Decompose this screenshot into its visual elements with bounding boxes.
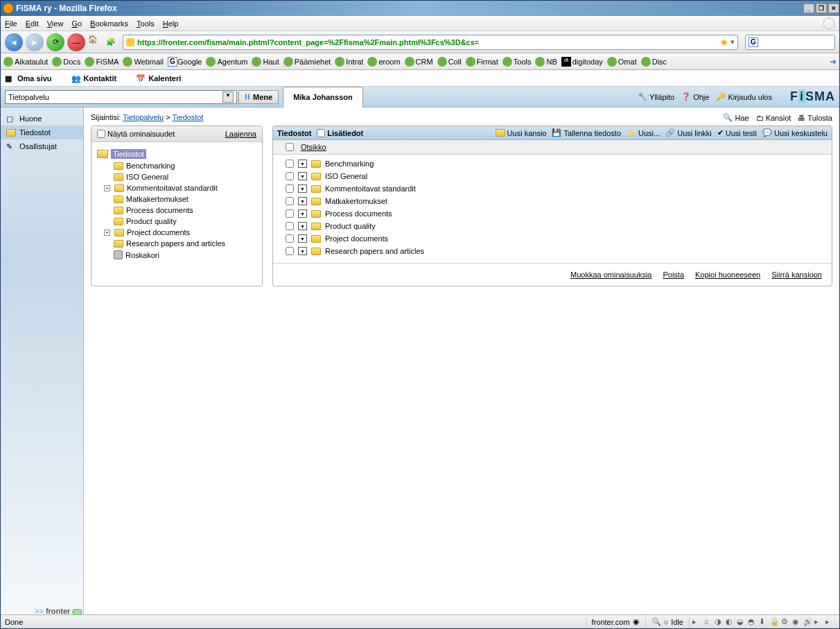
nav-tiedostot[interactable]: Tiedostot: [1, 126, 83, 139]
tray-icon[interactable]: ⚙: [781, 617, 791, 627]
file-row[interactable]: ▼Matkakertomukset: [286, 195, 825, 207]
rss-icon[interactable]: ◉: [721, 37, 728, 46]
search-action[interactable]: 🔍Hae: [723, 113, 749, 122]
bookmark-item[interactable]: GGoogle: [168, 57, 202, 67]
delete-link[interactable]: Poista: [663, 270, 684, 279]
nav-osallistujat[interactable]: ✎Osallistujat: [1, 139, 83, 153]
reload-button[interactable]: ⟳: [46, 33, 64, 51]
extra-info-checkbox[interactable]: Lisätiedot: [317, 129, 363, 137]
tab-tiedostot[interactable]: Tiedostot: [277, 129, 311, 137]
tray-icon[interactable]: 🔒: [770, 617, 780, 627]
new-folder-button[interactable]: Uusi kansio: [496, 129, 547, 137]
row-checkbox[interactable]: [286, 209, 294, 218]
menu-help[interactable]: Help: [163, 19, 179, 28]
bookmark-item[interactable]: CRM: [405, 57, 433, 67]
expand-icon[interactable]: +: [104, 185, 110, 191]
copy-link[interactable]: Kopioi huoneeseen: [695, 270, 760, 279]
tray-icon[interactable]: ▸: [692, 617, 702, 627]
file-row[interactable]: ▼Research papers and articles: [286, 245, 825, 257]
bookmark-item[interactable]: FiSMA: [85, 57, 119, 67]
bookmark-item[interactable]: Disc: [641, 57, 667, 67]
bookmarks-overflow[interactable]: ➜: [830, 57, 837, 67]
menu-bookmarks[interactable]: Bookmarks: [90, 19, 128, 28]
new-button[interactable]: ✨Uusi...: [627, 128, 660, 137]
tree-node[interactable]: Benchmarking: [94, 160, 259, 171]
bookmark-item[interactable]: Omat: [607, 57, 637, 67]
file-row[interactable]: ▼Kommentoitavat standardit: [286, 182, 825, 195]
tray-icon[interactable]: ▸: [814, 617, 824, 627]
select-all-checkbox[interactable]: [286, 143, 294, 151]
row-menu-icon[interactable]: ▼: [298, 222, 307, 230]
row-checkbox[interactable]: [286, 247, 294, 255]
file-row[interactable]: ▼Project documents: [286, 232, 825, 245]
tray-icon[interactable]: 🔊: [803, 617, 813, 627]
file-row[interactable]: ▼ISO General: [286, 170, 825, 182]
addons-button[interactable]: 🧩: [106, 37, 116, 46]
crumb-files[interactable]: Tiedostot: [173, 113, 204, 121]
tray-icon[interactable]: ◐: [726, 617, 735, 627]
row-checkbox[interactable]: [286, 172, 294, 180]
url-bar[interactable]: https://fronter.com/fisma/main.phtml?con…: [123, 35, 738, 50]
row-checkbox[interactable]: [286, 184, 294, 193]
forward-button[interactable]: ►: [26, 33, 44, 51]
row-menu-icon[interactable]: ▼: [298, 172, 307, 180]
help-link[interactable]: ❓Ohje: [681, 92, 709, 101]
tree-node[interactable]: Matkakertomukset: [94, 193, 259, 205]
tree-node[interactable]: +Kommentoitavat standardit: [94, 182, 259, 193]
search-box[interactable]: G: [745, 35, 835, 50]
row-checkbox[interactable]: [286, 222, 294, 230]
row-menu-icon[interactable]: ▼: [298, 247, 307, 255]
menu-go[interactable]: Go: [71, 19, 82, 28]
col-title[interactable]: Otsikko: [301, 143, 326, 151]
row-menu-icon[interactable]: ▼: [298, 160, 307, 168]
bookmark-item[interactable]: Haut: [252, 57, 279, 67]
tree-node[interactable]: Research papers and articles: [94, 238, 259, 249]
menu-view[interactable]: View: [47, 19, 64, 28]
url-dropdown-icon[interactable]: ▾: [730, 37, 735, 46]
bookmark-item[interactable]: Docs: [52, 57, 80, 67]
back-button[interactable]: ◄: [5, 33, 23, 51]
menu-file[interactable]: File: [5, 19, 17, 28]
bookmark-item[interactable]: Päämiehet: [283, 57, 331, 67]
row-menu-icon[interactable]: ▼: [298, 234, 307, 243]
nav-huone[interactable]: ▢Huone: [1, 112, 83, 126]
close-button[interactable]: ✕: [828, 3, 839, 13]
move-link[interactable]: Siirrä kansioon: [771, 270, 822, 279]
file-row[interactable]: ▼Product quality: [286, 220, 825, 232]
menu-tools[interactable]: Tools: [137, 19, 155, 28]
crumb-room[interactable]: Tietopalvelu: [123, 113, 164, 121]
bookmark-item[interactable]: NB: [535, 57, 557, 67]
tray-icon[interactable]: ◉: [792, 617, 802, 627]
menu-edit[interactable]: Edit: [26, 19, 39, 28]
new-test-button[interactable]: ✔Uusi testi: [717, 128, 757, 137]
file-row[interactable]: ▼Benchmarking: [286, 157, 825, 170]
bookmark-item[interactable]: Firmat: [466, 57, 498, 67]
expand-link[interactable]: Laajenna: [225, 130, 256, 138]
row-menu-icon[interactable]: ▼: [298, 184, 307, 193]
dropdown-icon[interactable]: ▼: [222, 92, 234, 103]
print-action[interactable]: 🖶Tulosta: [798, 113, 832, 122]
tree-node[interactable]: ISO General: [94, 171, 259, 182]
edit-props-link[interactable]: Muokkaa ominaisuuksia: [570, 270, 651, 279]
go-button[interactable]: ⁞⁞Mene: [238, 90, 279, 104]
row-menu-icon[interactable]: ▼: [298, 197, 307, 205]
tray-icon[interactable]: ◑: [715, 617, 724, 627]
bookmark-item[interactable]: dtdigitoday: [561, 57, 603, 67]
tray-icon[interactable]: ⬇: [759, 617, 769, 627]
home-button[interactable]: 🏠: [88, 35, 103, 50]
row-checkbox[interactable]: [286, 197, 294, 205]
bookmark-item[interactable]: Tools: [502, 57, 532, 67]
new-link-button[interactable]: 🔗Uusi linkki: [665, 128, 712, 137]
folders-action[interactable]: 🗀Kansiot: [756, 113, 791, 122]
nav-kalenteri[interactable]: 📅Kalenteri: [136, 74, 181, 83]
tree-node[interactable]: +Project documents: [94, 227, 259, 238]
tray-icon[interactable]: ◓: [748, 617, 758, 627]
nav-kontaktit[interactable]: 👥Kontaktit: [71, 74, 117, 83]
user-tab[interactable]: Mika Johansson: [283, 87, 363, 107]
bookmark-item[interactable]: Webmail: [123, 57, 164, 67]
tray-icon[interactable]: ▸: [825, 617, 835, 627]
restore-button[interactable]: ❐: [816, 3, 827, 13]
tree-node[interactable]: Product quality: [94, 216, 259, 227]
room-select[interactable]: Tietopalvelu ▼: [5, 90, 237, 104]
row-checkbox[interactable]: [286, 160, 294, 168]
